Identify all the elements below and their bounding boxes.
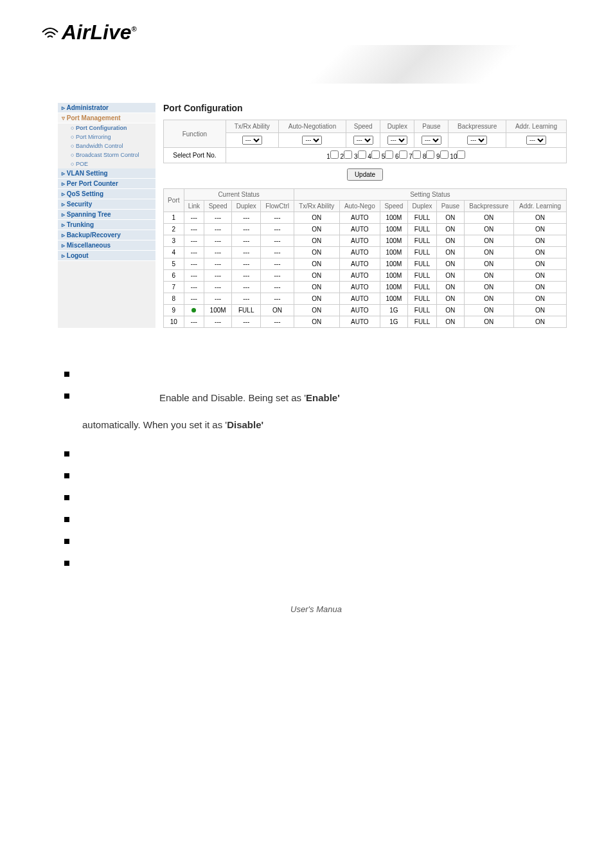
sidebar-logout[interactable]: ▹ Logout bbox=[58, 251, 155, 261]
port-cb-10[interactable] bbox=[457, 150, 465, 159]
table-row: 9100MFULLONONAUTO1GFULLONONON bbox=[164, 305, 567, 316]
sidebar-sub-poe[interactable]: ○ POE bbox=[58, 159, 155, 168]
main-panel: Port Configuration Function Tx/Rx Abilit… bbox=[155, 103, 574, 328]
status-table: Port Current Status Setting Status Link … bbox=[163, 188, 567, 328]
hdr-autoneg: Auto-Negotiation bbox=[278, 120, 346, 133]
port-cb-3[interactable] bbox=[358, 150, 366, 159]
port-cb-5[interactable] bbox=[385, 150, 393, 159]
hdr-speed: Speed bbox=[346, 120, 380, 133]
sidebar-sub-broadcast[interactable]: ○ Broadcast Storm Control bbox=[58, 150, 155, 159]
bullet-section: Enable and Disable. Being set as 'Enable… bbox=[58, 366, 574, 566]
bullet-2-cont: automatically. When you set it as 'Disab… bbox=[64, 415, 568, 435]
col-addr: Addr. Learning bbox=[514, 201, 567, 212]
table-row: 3------------ONAUTO100MFULLONONON bbox=[164, 235, 567, 247]
header-swoosh bbox=[215, 45, 613, 84]
dropdown-txrx[interactable]: --- bbox=[242, 136, 262, 145]
link-up-icon bbox=[191, 308, 196, 312]
sidebar-backup[interactable]: ▹ Backup/Recovery bbox=[58, 230, 155, 240]
port-checkboxes: 1 2 3 4 5 6 7 8 9 10 bbox=[226, 148, 566, 163]
col-duplex: Duplex bbox=[232, 201, 261, 212]
sidebar-sub-port-mirror[interactable]: ○ Port Mirroring bbox=[58, 132, 155, 141]
col-txrx: Tx/Rx Ability bbox=[294, 201, 339, 212]
col-link: Link bbox=[184, 201, 204, 212]
bullet-icon bbox=[64, 539, 69, 544]
sidebar-security[interactable]: ▹ Security bbox=[58, 199, 155, 210]
bullet-icon bbox=[64, 473, 69, 478]
col-bp: Backpressure bbox=[464, 201, 514, 212]
port-cb-7[interactable] bbox=[413, 150, 421, 159]
col-pause: Pause bbox=[437, 201, 464, 212]
col-autoneg: Auto-Nego bbox=[339, 201, 380, 212]
hdr-pause: Pause bbox=[414, 120, 449, 133]
sidebar-vlan[interactable]: ▹ VLAN Setting bbox=[58, 168, 155, 179]
bullet-icon bbox=[64, 517, 69, 522]
table-row: 4------------ONAUTO100MFULLONONON bbox=[164, 247, 567, 258]
bullet-1 bbox=[64, 366, 568, 377]
bullet-8 bbox=[64, 556, 568, 566]
footer: User's Manua bbox=[58, 604, 574, 614]
bullet-icon bbox=[64, 451, 69, 457]
group-current: Current Status bbox=[184, 189, 294, 201]
hdr-txrx: Tx/Rx Ability bbox=[226, 120, 278, 133]
logo: AirLive® bbox=[39, 19, 574, 45]
bullet-7 bbox=[64, 534, 568, 544]
logo-area: AirLive® bbox=[0, 0, 613, 51]
sidebar-misc[interactable]: ▹ Miscellaneous bbox=[58, 240, 155, 251]
table-row: 6------------ONAUTO100MFULLONONON bbox=[164, 270, 567, 282]
hdr-backpressure: Backpressure bbox=[449, 120, 506, 133]
port-cb-4[interactable] bbox=[371, 150, 380, 159]
col-flowctrl: FlowCtrl bbox=[261, 201, 294, 212]
col-sduplex: Duplex bbox=[407, 201, 436, 212]
sidebar-sub-bandwidth[interactable]: ○ Bandwidth Control bbox=[58, 141, 155, 150]
function-table: Function Tx/Rx Ability Auto-Negotiation … bbox=[163, 120, 567, 163]
sidebar: ▹ Administrator ▿ Port Management ○ Port… bbox=[58, 103, 155, 328]
select-port-label: Select Port No. bbox=[164, 148, 226, 163]
dropdown-autoneg[interactable]: --- bbox=[302, 136, 322, 145]
port-cb-6[interactable] bbox=[399, 150, 407, 159]
dropdown-pause[interactable]: --- bbox=[422, 136, 441, 145]
table-row: 1------------ONAUTO100MFULLONONON bbox=[164, 212, 567, 224]
col-speed: Speed bbox=[204, 201, 232, 212]
sidebar-sub-port-config[interactable]: ○ Port Configuration bbox=[58, 123, 155, 132]
col-sspeed: Speed bbox=[380, 201, 407, 212]
sidebar-trunking[interactable]: ▹ Trunking bbox=[58, 220, 155, 230]
function-label: Function bbox=[164, 120, 226, 148]
bullet-icon bbox=[64, 393, 69, 399]
table-row: 2------------ONAUTO100MFULLONONON bbox=[164, 224, 567, 235]
table-row: 7------------ONAUTO100MFULLONONON bbox=[164, 282, 567, 293]
dropdown-duplex[interactable]: --- bbox=[387, 136, 407, 145]
logo-text: AirLive® bbox=[62, 21, 137, 44]
bullet-icon bbox=[64, 372, 69, 377]
col-port: Port bbox=[164, 189, 184, 212]
app-container: ▹ Administrator ▿ Port Management ○ Port… bbox=[58, 103, 574, 328]
bullet-2: Enable and Disable. Being set as 'Enable… bbox=[64, 388, 568, 408]
hdr-addr-learning: Addr. Learning bbox=[506, 120, 566, 133]
sidebar-spanning-tree[interactable]: ▹ Spanning Tree bbox=[58, 210, 155, 220]
group-setting: Setting Status bbox=[294, 189, 566, 201]
bullet-icon bbox=[64, 561, 69, 566]
port-cb-2[interactable] bbox=[344, 150, 352, 159]
port-cb-8[interactable] bbox=[426, 150, 434, 159]
port-cb-1[interactable] bbox=[330, 150, 339, 159]
bullet-6 bbox=[64, 512, 568, 522]
table-row: 5------------ONAUTO100MFULLONONON bbox=[164, 258, 567, 270]
sidebar-qos[interactable]: ▹ QoS Setting bbox=[58, 189, 155, 199]
dropdown-speed[interactable]: --- bbox=[353, 136, 373, 145]
port-cb-9[interactable] bbox=[440, 150, 449, 159]
update-button[interactable]: Update bbox=[347, 168, 383, 181]
dropdown-backpressure[interactable]: --- bbox=[467, 136, 487, 145]
dropdown-addr[interactable]: --- bbox=[526, 136, 546, 145]
table-row: 8------------ONAUTO100MFULLONONON bbox=[164, 293, 567, 305]
bullet-3 bbox=[64, 446, 568, 457]
bullet-icon bbox=[64, 495, 69, 500]
table-row: 10------------ONAUTO1GFULLONONON bbox=[164, 316, 567, 328]
sidebar-per-port-counter[interactable]: ▹ Per Port Counter bbox=[58, 179, 155, 189]
bullet-5 bbox=[64, 490, 568, 500]
sidebar-administrator[interactable]: ▹ Administrator bbox=[58, 103, 155, 113]
hdr-duplex: Duplex bbox=[380, 120, 414, 133]
logo-icon bbox=[39, 19, 62, 45]
panel-title: Port Configuration bbox=[163, 103, 567, 113]
sidebar-port-management[interactable]: ▿ Port Management bbox=[58, 113, 155, 123]
bullet-4 bbox=[64, 468, 568, 478]
